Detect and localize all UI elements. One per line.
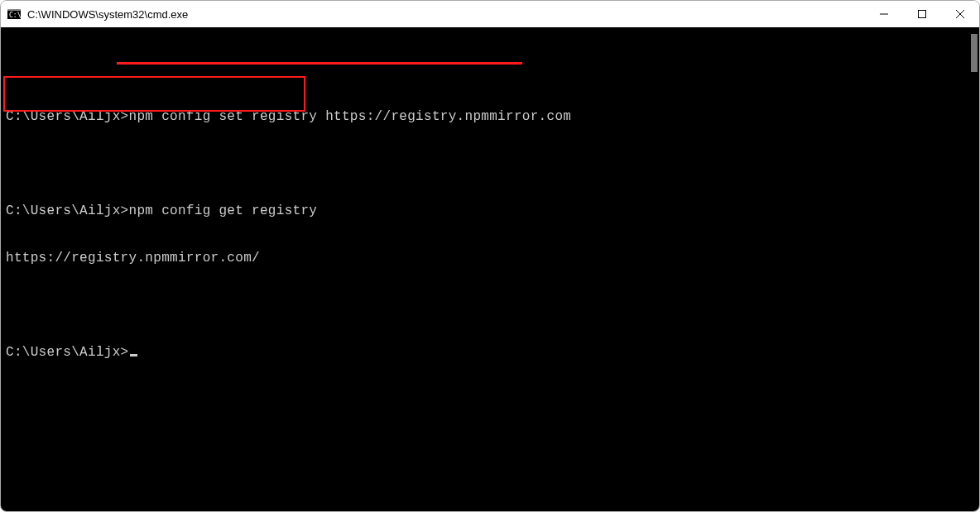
scrollbar-thumb[interactable] — [971, 34, 978, 72]
annotation-box — [3, 76, 305, 112]
annotation-underline — [117, 62, 522, 65]
svg-rect-1 — [7, 9, 21, 11]
terminal-line: C:\Users\Ailjx> — [6, 345, 974, 361]
svg-rect-4 — [919, 11, 926, 18]
command-text: npm config get registry — [129, 203, 318, 218]
maximize-button[interactable] — [903, 1, 941, 27]
cursor — [130, 354, 137, 356]
cmd-window: C:\ C:\WINDOWS\system32\cmd.exe C:\Users… — [0, 0, 980, 512]
minimize-button[interactable] — [865, 1, 903, 27]
titlebar: C:\ C:\WINDOWS\system32\cmd.exe — [1, 1, 979, 27]
terminal-line — [6, 156, 974, 172]
terminal-line — [6, 298, 974, 313]
prompt: C:\Users\Ailjx> — [6, 203, 129, 218]
close-button[interactable] — [941, 1, 979, 27]
terminal-area[interactable]: C:\Users\Ailjx>npm config set registry h… — [1, 27, 979, 512]
terminal-line: C:\Users\Ailjx>npm config get registry — [6, 203, 974, 219]
terminal-line: https://registry.npmmirror.com/ — [6, 251, 974, 266]
window-title: C:\WINDOWS\system32\cmd.exe — [27, 8, 188, 21]
output-text: https://registry.npmmirror.com/ — [6, 251, 260, 266]
svg-text:C:\: C:\ — [9, 12, 21, 19]
app-icon: C:\ — [7, 7, 21, 21]
prompt: C:\Users\Ailjx> — [6, 345, 129, 360]
